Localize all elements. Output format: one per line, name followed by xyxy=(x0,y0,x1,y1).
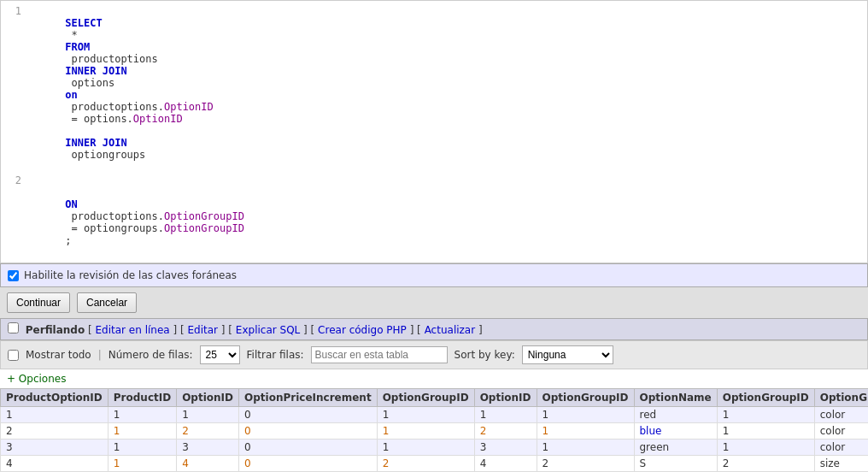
code-line-1: 1 SELECT * FROM productoptions INNER JOI… xyxy=(1,4,867,174)
line-number-2: 2 xyxy=(4,174,21,186)
code-table2: options xyxy=(65,77,120,89)
table-cell: green xyxy=(634,440,717,456)
table-cell: 2 xyxy=(537,456,634,472)
buttons-row: Continuar Cancelar xyxy=(0,287,868,318)
fk-checkbox[interactable] xyxy=(8,270,19,281)
filter-input-top[interactable] xyxy=(311,346,448,363)
fk-section: Habilite la revisión de las claves forán… xyxy=(0,263,868,287)
rows-select-top[interactable]: 25 50 100 xyxy=(200,345,240,364)
col-header-productid: ProductID xyxy=(108,389,176,407)
keyword-from: FROM xyxy=(65,41,90,53)
table-cell: 2 xyxy=(177,423,239,440)
table-cell: 3 xyxy=(177,440,239,456)
update-link[interactable]: Actualizar xyxy=(425,324,476,336)
divider-top-1: | xyxy=(98,349,102,361)
show-all-label-top: Mostrar todo xyxy=(26,349,91,361)
filter-label-top: Filtrar filas: xyxy=(247,349,304,361)
table-cell: 1 xyxy=(717,423,814,440)
code-indent xyxy=(65,186,114,198)
table-row: 3130131green1color xyxy=(1,440,869,456)
col-header-optiongroupname: OptionGroupName xyxy=(814,389,868,407)
table-cell: 1 xyxy=(1,407,108,423)
edit-inline-link[interactable]: Editar en línea xyxy=(96,324,170,336)
code-line-2: 2 ON productoptions.OptionGroupID = opti… xyxy=(1,174,867,259)
add-options-link[interactable]: + Opciones xyxy=(7,373,66,385)
table-cell: 4 xyxy=(177,456,239,472)
table-cell: 2 xyxy=(717,456,814,472)
data-table: ProductOptionID ProductID OptionID Optio… xyxy=(0,388,868,472)
table-cell: 1 xyxy=(108,456,176,472)
table-cell: 1 xyxy=(108,407,176,423)
table-cell: 1 xyxy=(108,423,176,440)
table-cell: 2 xyxy=(474,423,537,440)
table-cell: size xyxy=(814,456,868,472)
table-cell: 3 xyxy=(1,440,108,456)
table-cell: 0 xyxy=(239,440,378,456)
rows-label-top: Número de filas: xyxy=(108,349,193,361)
table-cell: 3 xyxy=(474,440,537,456)
table-row: 4140242S2size xyxy=(1,456,869,472)
add-options-section: + Opciones xyxy=(0,369,868,388)
table-container: ProductOptionID ProductID OptionID Optio… xyxy=(0,388,868,472)
table-cell: 2 xyxy=(377,456,474,472)
header-row: ProductOptionID ProductID OptionID Optio… xyxy=(1,389,869,407)
cancel-button[interactable]: Cancelar xyxy=(77,292,137,313)
col-header-optionname: OptionName xyxy=(634,389,717,407)
code-editor: 1 SELECT * FROM productoptions INNER JOI… xyxy=(0,0,868,263)
sort-label-top: Sort by key: xyxy=(455,349,515,361)
sort-select-top[interactable]: Ninguna PRIMARY OptionID OptionGroupID xyxy=(522,345,613,364)
show-all-checkbox-top[interactable] xyxy=(8,350,19,361)
explain-sql-link[interactable]: Explicar SQL xyxy=(236,324,300,336)
profiling-label: Perfilando xyxy=(26,324,85,336)
code-table1: productoptions xyxy=(65,53,170,65)
col-header-optiongroupid-2: OptionGroupID xyxy=(537,389,634,407)
table-cell: 0 xyxy=(239,423,378,440)
table-row: 1110111red1color xyxy=(1,407,869,423)
table-body: 1110111red1color2120121blue1color3130131… xyxy=(1,407,869,473)
code-col1a: productoptions. xyxy=(65,101,164,113)
code-star: * xyxy=(65,29,84,41)
edit-link[interactable]: Editar xyxy=(187,324,218,336)
code-col2c: OptionGroupID xyxy=(164,222,244,234)
profiling-separator3: ] [ xyxy=(221,324,236,336)
code-col1b: OptionID xyxy=(164,101,214,113)
table-cell: blue xyxy=(634,423,717,440)
table-cell: color xyxy=(814,440,868,456)
profiling-separator5: ] [ xyxy=(410,324,425,336)
table-cell: 4 xyxy=(1,456,108,472)
code-space1 xyxy=(65,125,71,137)
create-php-link[interactable]: Crear código PHP xyxy=(318,324,407,336)
keyword-innerjoin2: INNER JOIN xyxy=(65,137,126,149)
table-cell: red xyxy=(634,407,717,423)
table-cell: 0 xyxy=(239,407,378,423)
col-header-optiongroupid-3: OptionGroupID xyxy=(717,389,814,407)
cell-link[interactable]: blue xyxy=(640,425,662,437)
keyword-on1: on xyxy=(65,89,77,101)
table-cell: 1 xyxy=(537,440,634,456)
table-cell: 1 xyxy=(177,407,239,423)
code-col1c: OptionID xyxy=(133,113,183,125)
continue-button[interactable]: Continuar xyxy=(7,292,70,313)
table-row: 2120121blue1color xyxy=(1,423,869,440)
col-header-optionid-2: OptionID xyxy=(474,389,537,407)
code-col2b: OptionGroupID xyxy=(164,210,244,222)
table-cell: color xyxy=(814,407,868,423)
table-cell: S xyxy=(634,456,717,472)
code-col2a: productoptions. xyxy=(65,210,164,222)
profiling-separator1: [ xyxy=(88,324,96,336)
table-cell: 1 xyxy=(537,407,634,423)
table-cell: 1 xyxy=(377,440,474,456)
profiling-checkbox[interactable] xyxy=(8,322,19,333)
code-eq1: = options. xyxy=(65,113,132,125)
col-header-optionpriceincrement: OptionPriceIncrement xyxy=(239,389,378,407)
col-header-optiongroupid-1: OptionGroupID xyxy=(377,389,474,407)
table-cell: 1 xyxy=(717,440,814,456)
table-header: ProductOptionID ProductID OptionID Optio… xyxy=(1,389,869,407)
table-cell: 1 xyxy=(474,407,537,423)
table-cell: 1 xyxy=(108,440,176,456)
col-header-optionid-1: OptionID xyxy=(177,389,239,407)
table-cell: color xyxy=(814,423,868,440)
code-eq2: = optiongroups. xyxy=(65,222,164,234)
profiling-bar: Perfilando [ Editar en línea ] [ Editar … xyxy=(0,318,868,340)
keyword-select: SELECT xyxy=(65,17,102,29)
